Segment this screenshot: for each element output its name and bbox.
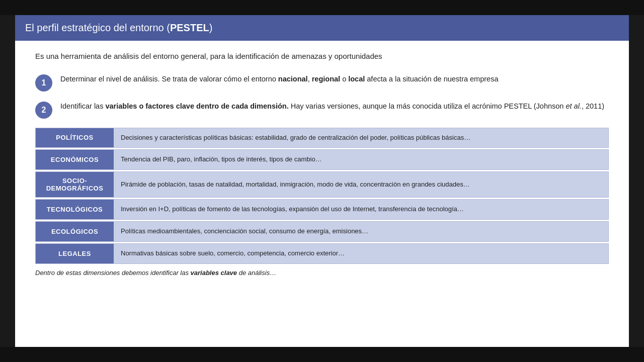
- footer-text: Dentro de estas dimensiones debemos iden…: [35, 269, 609, 277]
- pestel-label-economicos: ECONÓMICOS: [36, 150, 114, 169]
- header-bar: El perfil estratégico del entorno (PESTE…: [15, 15, 629, 41]
- pestel-row-ecologicos: ECOLÓGICOS Políticas medioambientales, c…: [35, 221, 609, 242]
- pestel-label-legales: LEGALES: [36, 244, 114, 263]
- step-2-text: Identificar las variables o factores cla…: [60, 101, 609, 112]
- pestel-table: POLÍTICOS Decisiones y características p…: [35, 128, 609, 264]
- pestel-label-tecnologicos: TECNOLÓGICOS: [36, 200, 114, 219]
- step-1-text: Determinar el nivel de análisis. Se trat…: [60, 73, 609, 84]
- header-title: El perfil estratégico del entorno (PESTE…: [25, 22, 212, 34]
- pestel-row-economicos: ECONÓMICOS Tendencia del PIB, paro, infl…: [35, 149, 609, 170]
- intro-text: Es una herramienta de análisis del entor…: [35, 51, 609, 62]
- pestel-label-politicos: POLÍTICOS: [36, 128, 114, 148]
- pestel-label-socio: SOCIO-DEMOGRÁFICOS: [36, 172, 114, 197]
- pestel-row-tecnologicos: TECNOLÓGICOS Inversión en I+D, políticas…: [35, 199, 609, 220]
- pestel-desc-socio: Pirámide de población, tasas de natalida…: [114, 172, 608, 197]
- pestel-row-socio: SOCIO-DEMOGRÁFICOS Pirámide de población…: [35, 171, 609, 198]
- pestel-desc-politicos: Decisiones y características políticas b…: [114, 128, 608, 148]
- pestel-row-politicos: POLÍTICOS Decisiones y características p…: [35, 128, 609, 148]
- pestel-row-legales: LEGALES Normativas básicas sobre suelo, …: [35, 243, 609, 264]
- pestel-desc-tecnologicos: Inversión en I+D, políticas de fomento d…: [114, 200, 608, 219]
- pestel-label-ecologicos: ECOLÓGICOS: [36, 222, 114, 241]
- bottom-bar: [0, 347, 644, 362]
- step-2: 2 Identificar las variables o factores c…: [35, 101, 609, 119]
- content-area: Es una herramienta de análisis del entor…: [15, 41, 629, 347]
- numbered-items: 1 Determinar el nivel de análisis. Se tr…: [35, 73, 609, 119]
- step-2-number: 2: [35, 102, 52, 119]
- top-bar: [0, 0, 644, 15]
- pestel-desc-legales: Normativas básicas sobre suelo, comercio…: [114, 244, 608, 263]
- step-1: 1 Determinar el nivel de análisis. Se tr…: [35, 73, 609, 92]
- pestel-desc-ecologicos: Políticas medioambientales, concienciaci…: [114, 222, 608, 241]
- step-1-number: 1: [35, 74, 52, 92]
- slide-container: El perfil estratégico del entorno (PESTE…: [15, 15, 629, 347]
- pestel-desc-economicos: Tendencia del PIB, paro, inflación, tipo…: [114, 150, 608, 169]
